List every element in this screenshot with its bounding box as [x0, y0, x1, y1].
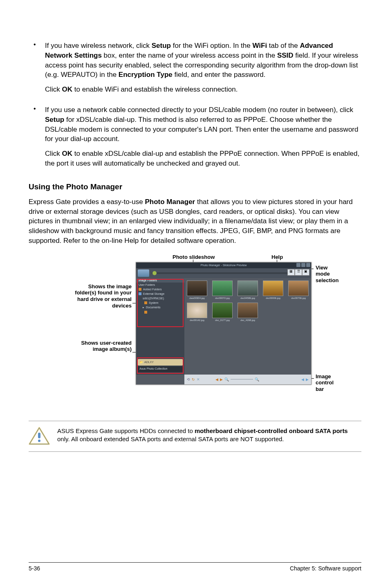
album-label: ADLXY: [144, 361, 154, 364]
bullet-content: If you have wireless network, click Setu…: [45, 41, 361, 99]
label-help: Help: [271, 254, 283, 260]
caution-icon: [29, 427, 50, 446]
label-folders: Shows the image folder(s) found in your …: [70, 283, 132, 309]
label-controlbar: Image control bar: [316, 373, 334, 393]
thumb-caption: dsc00142.jpg: [187, 319, 207, 321]
thumb-caption: dsc00006.jpg: [263, 297, 283, 299]
thumbnail[interactable]: dsc04586.jpg: [238, 281, 258, 299]
rotate-left-icon[interactable]: ⟲: [187, 377, 190, 382]
callout: ASUS Express Gate supports HDDs connecte…: [29, 421, 361, 452]
thumb-image: [263, 281, 283, 296]
thumbnail-view-icon[interactable]: ▦: [287, 269, 295, 276]
thumb-caption: dew00304.jpg: [187, 297, 207, 299]
detail-view-icon[interactable]: ☰: [295, 269, 302, 276]
delete-icon[interactable]: ✕: [197, 377, 200, 382]
svg-rect-0: [38, 433, 40, 438]
album-pane: 📁 ADLXY Asus Photo Collection: [136, 358, 184, 375]
thumb-image: [288, 281, 309, 296]
thumb-image: [238, 303, 258, 318]
bullet-marker: •: [29, 41, 45, 99]
pane-documents[interactable]: ▸ Documents: [136, 305, 184, 310]
section-heading: Using the Photo Manager: [29, 182, 361, 191]
pane-external-storage[interactable]: External Storage: [136, 292, 184, 296]
thumbnail[interactable]: dsc00006.jpg: [263, 281, 283, 299]
folder-icon: 📁: [139, 361, 143, 364]
thumb-row: dew00304.jpg dsc00072.jpg dsc04586.jpg d…: [187, 281, 309, 299]
thumb-caption: dsc_0177.jpg: [212, 319, 233, 321]
home-icon[interactable]: [138, 269, 149, 277]
folder-icon: [144, 311, 147, 314]
page-next-icon[interactable]: ▶: [306, 377, 309, 382]
pane-external-item[interactable]: sdb1(DVRW,SE): [136, 296, 184, 301]
chapter-label: Chapter 5: Software support: [290, 565, 361, 572]
next-icon[interactable]: ▶: [220, 377, 223, 382]
bullet-content: If you use a network cable connected dir…: [45, 105, 361, 173]
thumbnail-area: dew00304.jpg dsc00072.jpg dsc04586.jpg d…: [184, 278, 311, 375]
toolbar: [136, 268, 311, 278]
page-number: 5-36: [29, 565, 40, 572]
bullet-item: • If you use a network cable connected d…: [29, 105, 361, 173]
viewmode-selector[interactable]: ▦ ☰ ▣: [287, 269, 309, 276]
album-item[interactable]: 📁 ADLXY: [138, 359, 183, 366]
minimize-icon[interactable]: [296, 263, 300, 267]
thumbnail[interactable]: dsc_4298.jpg: [238, 303, 258, 321]
thumbnail[interactable]: dsc_0177.jpg: [212, 303, 233, 321]
titlebar: Photo Manager - Slideshow Preview: [136, 263, 311, 268]
footer: 5-36 Chapter 5: Software support: [29, 562, 361, 572]
bullet1-para1: If you have wireless network, click Setu…: [45, 41, 361, 80]
bullet1-para2: Click OK to enable WiFi and establish th…: [45, 85, 361, 94]
folder-icon: [139, 288, 141, 291]
album-collection[interactable]: Asus Photo Collection: [138, 366, 183, 372]
drive-icon: [139, 292, 141, 295]
body-paragraph: Express Gate provides a easy-to-use Phot…: [29, 197, 361, 246]
label-viewmode: View mode selection: [316, 265, 338, 284]
thumbnail[interactable]: dsc00142.jpg: [187, 303, 207, 321]
callout-text: ASUS Express Gate supports HDDs connecte…: [57, 427, 361, 444]
pane-user-folders[interactable]: User Folders: [136, 283, 184, 287]
pane-sub-item[interactable]: [136, 310, 184, 314]
label-photo-slideshow: Photo slideshow: [173, 254, 215, 260]
prev-icon[interactable]: ◀: [215, 377, 218, 382]
zoom-out-icon[interactable]: 🔍: [224, 377, 229, 382]
figure: Photo slideshow Help View mode selection…: [70, 254, 320, 409]
thumb-caption: dsc_4298.jpg: [238, 319, 258, 321]
thumbnail[interactable]: dsc00072.jpg: [212, 281, 233, 299]
thumb-row: dsc00142.jpg dsc_0177.jpg dsc_4298.jpg: [187, 303, 309, 321]
zoom-slider[interactable]: [152, 272, 309, 274]
zoom-track[interactable]: [231, 379, 253, 379]
thumb-image: [238, 281, 258, 296]
thumbnail[interactable]: dsc00736.jpg: [288, 281, 309, 299]
thumb-caption: dsc00736.jpg: [288, 297, 309, 299]
app-window: Photo Manager - Slideshow Preview ▦ ☰ ▣ …: [136, 262, 312, 385]
window-controls[interactable]: [296, 263, 310, 267]
thumb-image: [187, 303, 207, 318]
maximize-icon[interactable]: [301, 263, 305, 267]
pane-added-folders[interactable]: Added Folders: [136, 287, 184, 292]
window-title: Photo Manager - Slideshow Preview: [201, 264, 247, 267]
page-prev-icon[interactable]: ◀: [301, 377, 304, 382]
slideshow-view-icon[interactable]: ▣: [302, 269, 309, 276]
rotate-right-icon[interactable]: ↻: [192, 377, 195, 382]
bullet2-para1: If you use a network cable connected dir…: [45, 105, 361, 144]
pane-header-image-folders[interactable]: Image Folders: [136, 278, 184, 283]
label-albums: Shows user-created image album(s): [70, 340, 132, 352]
thumb-caption: dsc00072.jpg: [212, 297, 233, 299]
zoom-in-icon[interactable]: 🔍: [255, 377, 259, 382]
bullet-marker: •: [29, 105, 45, 173]
image-control-bar: ⟲ ↻ ✕ ◀ ▶ 🔍 🔍 ◀ ▶: [184, 375, 311, 384]
thumb-image: [212, 303, 233, 318]
pane-system[interactable]: System: [136, 301, 184, 305]
thumb-image: [187, 281, 207, 296]
bullet2-para2: Click OK to enable xDSL/cable dial-up an…: [45, 149, 361, 168]
folder-icon: [144, 301, 147, 304]
bullet-item: • If you have wireless network, click Se…: [29, 41, 361, 99]
thumbnail[interactable]: dew00304.jpg: [187, 281, 207, 299]
svg-point-1: [38, 440, 40, 442]
thumb-caption: dsc04586.jpg: [238, 297, 258, 299]
thumb-image: [212, 281, 233, 296]
close-icon[interactable]: [306, 263, 310, 267]
